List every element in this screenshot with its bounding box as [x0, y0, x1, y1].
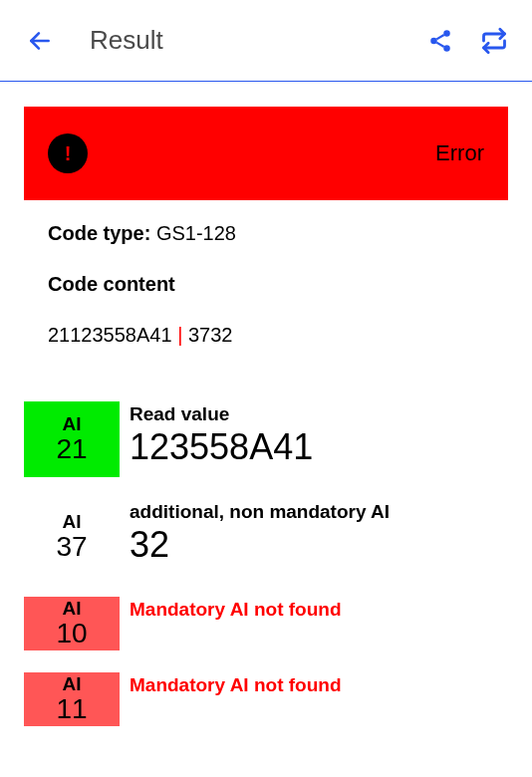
code-type-label: Code type: — [48, 222, 156, 244]
ai-box-number: 37 — [56, 532, 87, 561]
ai-box: AI37 — [24, 499, 120, 575]
svg-point-3 — [443, 45, 450, 52]
ai-box-number: 11 — [56, 694, 87, 723]
ai-list: AI21Read value123558A41AI37additional, n… — [24, 347, 508, 726]
back-button[interactable] — [20, 21, 60, 61]
ai-row: AI21Read value123558A41 — [24, 401, 508, 477]
repeat-button[interactable] — [476, 23, 512, 59]
svg-point-1 — [443, 30, 450, 37]
ai-detail-value: 32 — [130, 523, 390, 566]
header-actions — [422, 23, 512, 59]
code-content-label: Code content — [48, 273, 484, 296]
content: ! Error Code type: GS1-128 Code content … — [0, 82, 532, 726]
code-info: Code type: GS1-128 Code content 21123558… — [24, 200, 508, 347]
header: Result — [0, 0, 532, 82]
ai-detail: Mandatory AI not found — [130, 597, 342, 621]
code-type-row: Code type: GS1-128 — [48, 222, 484, 245]
ai-box: AI10 — [24, 597, 120, 650]
ai-box-label: AI — [63, 414, 82, 434]
ai-box-number: 21 — [56, 434, 87, 463]
code-type-value: GS1-128 — [156, 222, 236, 244]
ai-box: AI11 — [24, 672, 120, 726]
share-icon — [427, 28, 453, 54]
code-content-part2: 3732 — [182, 324, 232, 346]
svg-line-4 — [436, 35, 443, 39]
ai-detail-label: Mandatory AI not found — [130, 674, 342, 696]
share-button[interactable] — [422, 23, 458, 59]
ai-detail-value: 123558A41 — [130, 425, 313, 468]
warning-icon: ! — [48, 133, 88, 173]
ai-row: AI10Mandatory AI not found — [24, 597, 508, 650]
ai-row: AI37additional, non mandatory AI32 — [24, 499, 508, 575]
ai-box-label: AI — [63, 674, 82, 694]
repeat-icon — [480, 27, 508, 55]
arrow-left-icon — [27, 28, 53, 54]
ai-detail-label: additional, non mandatory AI — [130, 501, 390, 523]
ai-detail: Mandatory AI not found — [130, 672, 342, 696]
code-content-value: 21123558A41 | 3732 — [48, 324, 484, 347]
page-title: Result — [90, 25, 422, 56]
ai-row: AI11Mandatory AI not found — [24, 672, 508, 726]
code-content-part1: 21123558A41 — [48, 324, 177, 346]
ai-detail: Read value123558A41 — [130, 401, 313, 468]
svg-line-5 — [436, 42, 443, 46]
error-banner: ! Error — [24, 107, 508, 200]
ai-detail: additional, non mandatory AI32 — [130, 499, 390, 566]
error-label: Error — [435, 140, 484, 166]
ai-box-label: AI — [63, 599, 82, 619]
ai-box-number: 10 — [56, 619, 87, 648]
ai-detail-label: Mandatory AI not found — [130, 599, 342, 621]
ai-detail-label: Read value — [130, 403, 313, 425]
svg-point-2 — [430, 37, 437, 44]
ai-box-label: AI — [63, 512, 82, 532]
ai-box: AI21 — [24, 401, 120, 477]
